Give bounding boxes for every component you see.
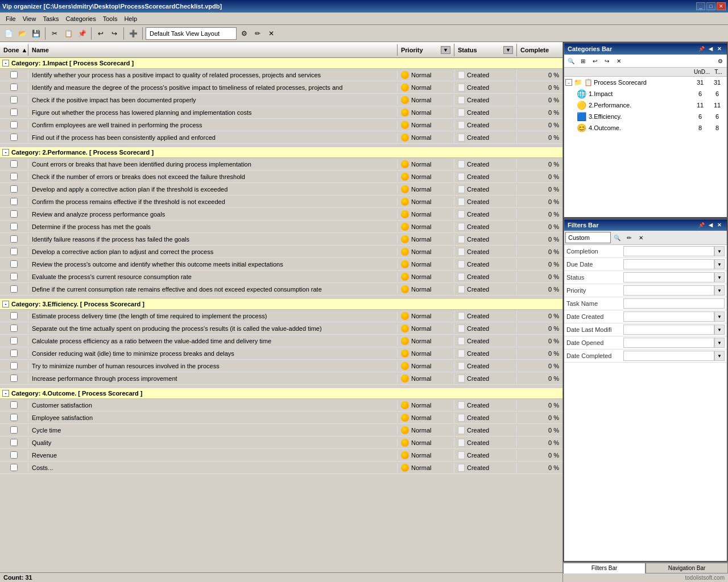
filter-dropdown-0[interactable]: ▼ <box>714 246 725 256</box>
task-done-3-5[interactable] <box>0 463 28 472</box>
task-done-2-3[interactable] <box>0 348 28 358</box>
open-button[interactable]: 📂 <box>16 27 28 40</box>
task-checkbox-3-3[interactable] <box>10 439 18 446</box>
task-checkbox-2-5[interactable] <box>10 375 18 382</box>
task-done-3-3[interactable] <box>0 438 28 447</box>
close-button[interactable]: ✕ <box>717 2 726 10</box>
filter-input-2[interactable] <box>623 272 714 282</box>
cat-arrow-btn[interactable]: ◀ <box>706 45 714 53</box>
layout-btn3[interactable]: ✕ <box>265 27 278 40</box>
menu-tasks[interactable]: Tasks <box>39 14 62 23</box>
task-done-2-4[interactable] <box>0 361 28 371</box>
menu-view[interactable]: View <box>19 14 40 23</box>
cut-button[interactable]: ✂ <box>48 27 61 40</box>
filter-close-btn[interactable]: ✕ <box>715 221 723 229</box>
task-checkbox-1-3[interactable] <box>10 198 18 205</box>
task-done-0-5[interactable] <box>0 132 28 142</box>
task-checkbox-1-10[interactable] <box>10 285 18 293</box>
task-done-1-2[interactable] <box>0 184 28 194</box>
filter-name-input[interactable] <box>565 232 611 243</box>
task-checkbox-1-9[interactable] <box>10 273 18 280</box>
category-expand-0[interactable]: - <box>2 60 9 66</box>
col-header-complete[interactable]: Complete <box>517 44 562 56</box>
task-done-0-3[interactable] <box>0 107 28 117</box>
category-expand-3[interactable]: - <box>2 390 9 397</box>
task-done-1-6[interactable] <box>0 234 28 244</box>
filter-input-0[interactable] <box>623 246 714 256</box>
task-done-1-8[interactable] <box>0 259 28 269</box>
paste-button[interactable]: 📌 <box>76 27 88 40</box>
root-expand-btn[interactable]: - <box>565 79 572 86</box>
task-done-1-7[interactable] <box>0 247 28 256</box>
filter-dropdown-1[interactable]: ▼ <box>714 259 725 269</box>
cat-close-btn[interactable]: ✕ <box>715 45 723 53</box>
cat-tool-3[interactable]: ↩ <box>589 56 601 66</box>
task-done-1-3[interactable] <box>0 197 28 206</box>
task-checkbox-1-8[interactable] <box>10 260 18 268</box>
col-header-priority[interactable]: Priority ▼ <box>398 44 454 56</box>
tree-item-efficiency[interactable]: 🟦 3.Efficiency. 6 6 <box>576 111 727 122</box>
tab-filters-bar[interactable]: Filters Bar <box>563 563 646 573</box>
task-done-3-0[interactable] <box>0 400 28 410</box>
filter-arrow-btn[interactable]: ◀ <box>706 221 714 229</box>
task-checkbox-3-2[interactable] <box>10 426 18 434</box>
task-checkbox-1-4[interactable] <box>10 210 18 218</box>
task-done-1-9[interactable] <box>0 272 28 281</box>
menu-file[interactable]: File <box>2 14 19 23</box>
filter-input-8[interactable] <box>623 351 714 361</box>
task-done-1-10[interactable] <box>0 284 28 294</box>
task-checkbox-3-1[interactable] <box>10 414 18 421</box>
filter-input-7[interactable] <box>623 338 714 348</box>
category-row-2[interactable]: - Category: 3.Efficiency. [ Process Scor… <box>0 299 562 310</box>
task-checkbox-1-7[interactable] <box>10 248 18 255</box>
filter-pin-btn[interactable]: 📌 <box>697 221 705 229</box>
task-done-1-1[interactable] <box>0 172 28 181</box>
category-row-0[interactable]: - Category: 1.Impact [ Process Scorecard… <box>0 58 562 69</box>
filter-dropdown-6[interactable]: ▼ <box>714 325 725 335</box>
tree-item-performance[interactable]: 🟡 2.Performance. 11 11 <box>576 99 727 111</box>
task-checkbox-2-0[interactable] <box>10 312 18 319</box>
task-checkbox-1-1[interactable] <box>10 173 18 180</box>
task-checkbox-2-3[interactable] <box>10 350 18 357</box>
undo-button[interactable]: ↩ <box>94 27 107 40</box>
task-done-0-4[interactable] <box>0 120 28 130</box>
filter-dropdown-7[interactable]: ▼ <box>714 338 725 348</box>
cat-tool-5[interactable]: ✕ <box>613 56 624 66</box>
task-checkbox-0-5[interactable] <box>10 134 18 141</box>
filter-input-1[interactable] <box>623 259 714 269</box>
category-expand-2[interactable]: - <box>2 301 9 307</box>
task-done-0-0[interactable] <box>0 70 28 80</box>
task-checkbox-3-4[interactable] <box>10 451 18 459</box>
tab-navigation-bar[interactable]: Navigation Bar <box>646 563 728 573</box>
menu-tools[interactable]: Tools <box>100 14 121 23</box>
layout-btn2[interactable]: ✏ <box>251 27 264 40</box>
category-expand-1[interactable]: - <box>2 149 9 156</box>
filter-dropdown-8[interactable]: ▼ <box>714 351 725 361</box>
task-done-0-1[interactable] <box>0 82 28 92</box>
task-done-2-5[interactable] <box>0 373 28 383</box>
task-checkbox-1-6[interactable] <box>10 235 18 243</box>
task-checkbox-0-4[interactable] <box>10 121 18 128</box>
save-button[interactable]: 💾 <box>30 27 42 40</box>
filter-input-3[interactable] <box>623 285 714 296</box>
task-done-2-1[interactable] <box>0 323 28 333</box>
maximize-button[interactable]: □ <box>706 2 715 10</box>
category-row-3[interactable]: - Category: 4.Outcome. [ Process Scoreca… <box>0 388 562 399</box>
task-done-1-0[interactable] <box>0 159 28 169</box>
task-done-2-0[interactable] <box>0 311 28 321</box>
tree-item-impact[interactable]: 🌐 1.Impact 6 6 <box>576 88 727 99</box>
menu-categories[interactable]: Categories <box>63 14 100 23</box>
menu-help[interactable]: Help <box>121 14 140 23</box>
task-checkbox-1-0[interactable] <box>10 160 18 168</box>
tree-root-item[interactable]: - 📁 📋 Process Scorecard 31 31 <box>564 77 727 88</box>
layout-btn1[interactable]: ⚙ <box>238 27 250 40</box>
task-done-3-1[interactable] <box>0 413 28 422</box>
task-checkbox-0-1[interactable] <box>10 84 18 91</box>
filter-dropdown-5[interactable]: ▼ <box>714 311 725 322</box>
task-checkbox-1-2[interactable] <box>10 185 18 193</box>
task-checkbox-2-4[interactable] <box>10 362 18 369</box>
filter-tool-search[interactable]: 🔍 <box>611 232 623 243</box>
filter-input-6[interactable] <box>623 325 714 335</box>
minimize-button[interactable]: _ <box>696 2 705 10</box>
cat-tool-6[interactable]: ⚙ <box>714 56 726 66</box>
